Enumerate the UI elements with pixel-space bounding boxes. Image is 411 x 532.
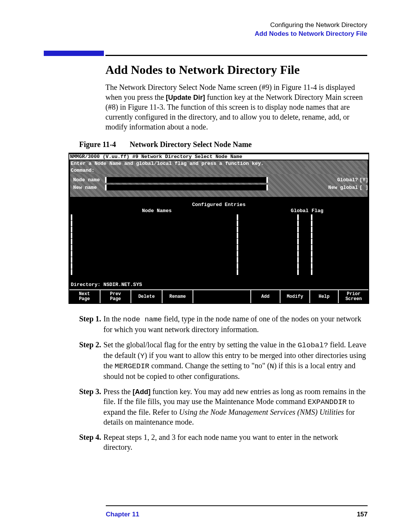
fkey-blank xyxy=(193,290,251,303)
footer-rule xyxy=(106,505,368,506)
blue-rule xyxy=(44,51,104,56)
col-global-flag: Global Flag xyxy=(279,208,336,214)
footer-page-number: 157 xyxy=(357,511,368,518)
header-chapter: Configuring the Network Directory xyxy=(44,21,367,30)
step-label: Step 2. xyxy=(79,340,101,381)
global-flag-field[interactable] xyxy=(297,257,312,263)
step: Step 1. In the node name field, type in … xyxy=(79,314,368,334)
step-text: Repeat steps 1, 2, and 3 for each node n… xyxy=(104,433,338,451)
step-label: Step 1. xyxy=(79,314,101,334)
step-text: [Add] xyxy=(132,388,150,396)
new-name-field[interactable] xyxy=(105,185,268,190)
terminal-titlebar: NMMGR/3000 (V.uu.ff) #9 Network Director… xyxy=(69,153,368,160)
step: Step 2. Set the global/local flag for th… xyxy=(79,340,368,381)
step-text: Set the global/local flag for the entry … xyxy=(104,340,298,349)
step-text: node name xyxy=(123,315,162,324)
black-rule xyxy=(105,55,367,56)
global-flag-field[interactable] xyxy=(297,214,312,220)
node-entry-field[interactable] xyxy=(71,239,238,244)
figure-caption: Figure 11-4Network Directory Select Node… xyxy=(79,140,367,149)
page-header: Configuring the Network Directory Add No… xyxy=(44,21,367,38)
entries-area xyxy=(69,214,368,275)
node-entry-field[interactable] xyxy=(71,245,238,251)
step-body: Set the global/local flag for the entry … xyxy=(104,340,368,381)
node-entry-field[interactable] xyxy=(71,214,238,220)
global-flag-field[interactable] xyxy=(297,220,312,226)
step-text: command. Change the setting to "no" ( xyxy=(149,361,269,370)
step-text: N xyxy=(270,362,274,371)
node-name-field[interactable] xyxy=(105,177,268,183)
node-entry-field[interactable] xyxy=(71,263,238,269)
page-title: Add Nodes to Network Directory File xyxy=(105,63,367,77)
terminal-prompt: Enter a Node Name and global/local flag … xyxy=(70,160,368,167)
new-global-value[interactable]: [ ] xyxy=(360,185,368,190)
node-entry-field[interactable] xyxy=(71,233,238,238)
global-label: Global? xyxy=(336,177,360,183)
figure-number: Figure 11-4 xyxy=(79,140,116,149)
step-body: Repeat steps 1, 2, and 3 for each node n… xyxy=(104,432,368,452)
step-label: Step 4. xyxy=(79,432,101,452)
step-text: Global? xyxy=(298,341,328,350)
step-text: Press the xyxy=(104,387,133,396)
terminal-input-area: Node name Global? [Y] New name New globa… xyxy=(70,174,368,197)
terminal-screenshot: NMMGR/3000 (V.uu.ff) #9 Network Director… xyxy=(68,153,369,304)
fkey-prior[interactable]: PriorScreen xyxy=(339,290,368,303)
step-text: Y xyxy=(140,352,144,360)
global-flag-field[interactable] xyxy=(297,245,312,251)
fkey-prev[interactable]: PrevPage xyxy=(100,290,132,303)
node-name-label: Node name xyxy=(72,177,105,183)
steps-list: Step 1. In the node name field, type in … xyxy=(79,314,368,452)
configured-entries-heading: Configured Entries xyxy=(69,202,368,208)
fkey-add[interactable]: Add xyxy=(251,290,281,303)
figure-title: Network Directory Select Node Name xyxy=(130,140,252,149)
fkey-next[interactable]: NextPage xyxy=(69,290,100,303)
global-flag-field[interactable] xyxy=(297,233,312,238)
node-entry-field[interactable] xyxy=(71,269,238,275)
directory-label: Directory: xyxy=(71,282,100,288)
step-body: In the node name field, type in the node… xyxy=(104,314,368,334)
column-headers: Node Names Global Flag xyxy=(69,208,368,214)
step: Step 3. Press the [Add] function key. Yo… xyxy=(79,387,368,427)
col-node-names: Node Names xyxy=(73,208,241,214)
function-keys: NextPagePrevPageDeleteRenameAddModifyHel… xyxy=(69,289,368,303)
global-flag-field[interactable] xyxy=(297,227,312,232)
fkey-rename[interactable]: Rename xyxy=(162,290,194,303)
header-rule xyxy=(44,51,367,56)
directory-value: NSDIR.NET.SYS xyxy=(104,282,142,288)
node-entry-field[interactable] xyxy=(71,251,238,257)
step-text: In the xyxy=(104,315,123,323)
header-section: Add Nodes to Network Directory File xyxy=(44,30,367,38)
command-label: Command: xyxy=(71,168,94,173)
fkey-delete[interactable]: Delete xyxy=(131,290,162,303)
new-name-label: New name xyxy=(72,185,105,190)
intro-paragraph: The Network Directory Select Node Name s… xyxy=(105,82,367,132)
fkey-help[interactable]: Help xyxy=(310,290,339,303)
step-text: MERGEDIR xyxy=(115,362,149,371)
global-flag-field[interactable] xyxy=(297,263,312,269)
new-global-label: New global xyxy=(327,185,360,190)
global-flag-field[interactable] xyxy=(297,269,312,275)
global-flag-field[interactable] xyxy=(297,239,312,244)
step-label: Step 3. xyxy=(79,387,101,427)
global-value[interactable]: [Y] xyxy=(360,177,368,183)
update-dir-key: [Update Dir] xyxy=(166,94,205,101)
node-entry-field[interactable] xyxy=(71,257,238,263)
footer-chapter: Chapter 11 xyxy=(106,511,139,518)
node-entry-field[interactable] xyxy=(71,227,238,232)
node-entry-field[interactable] xyxy=(71,220,238,226)
page-footer: Chapter 11 157 xyxy=(106,511,368,518)
step-text: EXPANDDIR xyxy=(307,398,347,406)
terminal-command-row: Command: xyxy=(70,167,368,174)
terminal-title: NMMGR/3000 (V.uu.ff) #9 Network Director… xyxy=(69,154,368,160)
directory-line: Directory: NSDIR.NET.SYS xyxy=(69,275,368,290)
step-text: Using the Node Management Services (NMS)… xyxy=(179,408,344,416)
step: Step 4. Repeat steps 1, 2, and 3 for eac… xyxy=(79,432,368,452)
fkey-modify[interactable]: Modify xyxy=(280,290,310,303)
global-flag-field[interactable] xyxy=(297,251,312,257)
step-body: Press the [Add] function key. You may ad… xyxy=(104,387,368,427)
